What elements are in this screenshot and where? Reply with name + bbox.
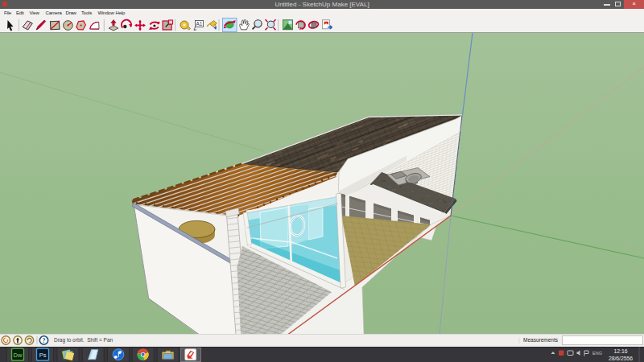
svg-text:12:16: 12:16 [613, 348, 627, 354]
svg-text:?: ? [43, 337, 46, 344]
svg-text:A1: A1 [196, 21, 203, 27]
svg-text:Ps: Ps [39, 352, 47, 359]
svg-text:ENG: ENG [592, 351, 602, 356]
svg-text:28/6/2556: 28/6/2556 [609, 356, 633, 361]
svg-text:Dw: Dw [14, 352, 23, 359]
